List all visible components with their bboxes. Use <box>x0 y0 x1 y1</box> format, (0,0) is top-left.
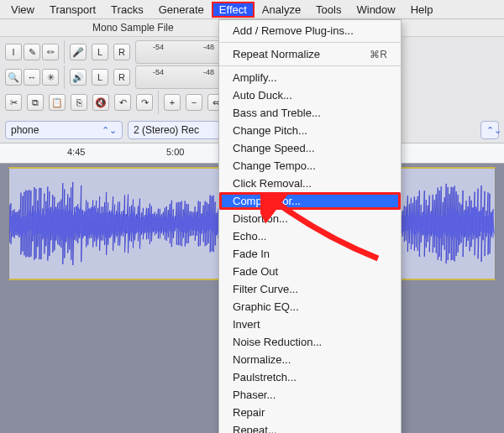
menu-item-compressor[interactable]: Compressor... <box>219 192 401 210</box>
menu-help[interactable]: Help <box>403 2 441 18</box>
menu-item-normalize[interactable]: Normalize... <box>219 351 401 368</box>
menu-item-label: Fade Out <box>233 265 278 278</box>
rec-r-icon[interactable]: R <box>113 44 130 60</box>
chevron-updown-icon: ⌃⌄ <box>486 125 501 136</box>
channels-select[interactable]: 2 (Stereo) Rec <box>128 121 220 139</box>
menu-item-repeat-normalize[interactable]: Repeat Normalize⌘R <box>219 45 401 63</box>
menu-item-label: Bass and Treble... <box>233 107 321 119</box>
menu-item-fade-out[interactable]: Fade Out <box>219 263 401 280</box>
menu-item-label: Fade In <box>233 248 270 260</box>
menu-item-auto-duck[interactable]: Auto Duck... <box>219 86 401 104</box>
menu-item-bass-and-treble[interactable]: Bass and Treble... <box>219 104 401 122</box>
menu-item-fade-in[interactable]: Fade In <box>219 245 401 263</box>
output-device-select[interactable]: phone ⌃⌄ <box>5 121 123 139</box>
menu-tracks[interactable]: Tracks <box>103 2 151 18</box>
trim-icon[interactable]: ⎘ <box>71 94 87 111</box>
menu-item-label: Filter Curve... <box>233 283 298 295</box>
menu-item-echo[interactable]: Echo... <box>219 227 401 245</box>
menu-item-label: Invert <box>233 318 260 331</box>
selection-tool-icon[interactable]: I <box>5 44 22 60</box>
menu-effect[interactable]: Effect <box>212 2 255 18</box>
speaker-icon[interactable]: 🔊 <box>70 69 87 86</box>
menu-item-shortcut: ⌘R <box>370 49 387 60</box>
meter-tick: -54 <box>153 68 164 76</box>
menu-item-repair[interactable]: Repair <box>219 404 401 421</box>
effect-menu-dropdown: Add / Remove Plug-ins...Repeat Normalize… <box>218 19 402 433</box>
menu-analyze[interactable]: Analyze <box>255 2 308 18</box>
menu-item-label: Change Tempo... <box>233 159 316 172</box>
menu-item-distortion[interactable]: Distortion... <box>219 210 401 227</box>
menu-item-label: Echo... <box>233 230 266 243</box>
menu-item-add-remove-plug-ins[interactable]: Add / Remove Plug-ins... <box>219 22 401 39</box>
draw-tool-icon[interactable]: ✏ <box>42 44 59 60</box>
chevron-updown-icon: ⌃⌄ <box>102 125 117 136</box>
menu-item-label: Add / Remove Plug-ins... <box>233 24 354 37</box>
menu-item-label: Change Pitch... <box>233 124 307 137</box>
menu-item-label: Repair <box>233 406 265 419</box>
multi-tool-icon[interactable]: ✳ <box>42 69 59 86</box>
output-device-label: phone <box>11 124 39 136</box>
menu-item-label: Paulstretch... <box>233 371 297 383</box>
channels-label: 2 (Stereo) Rec <box>134 124 199 136</box>
menu-item-paulstretch[interactable]: Paulstretch... <box>219 368 401 386</box>
menu-item-label: Repeat... <box>233 424 277 433</box>
menu-item-click-removal[interactable]: Click Removal... <box>219 175 401 192</box>
menu-item-label: Compressor... <box>233 195 301 207</box>
menu-item-label: Repeat Normalize <box>233 48 320 60</box>
rec-l-icon[interactable]: L <box>92 44 108 60</box>
meter-tick: -48 <box>203 68 214 76</box>
menu-tools[interactable]: Tools <box>308 2 349 18</box>
silence-icon[interactable]: 🔇 <box>92 94 109 111</box>
envelope-tool-icon[interactable]: ✎ <box>24 44 40 60</box>
copy-icon[interactable]: ⧉ <box>27 94 44 111</box>
menu-item-label: Distortion... <box>233 212 288 225</box>
menu-item-invert[interactable]: Invert <box>219 316 401 333</box>
menu-item-label: Normalize... <box>233 353 291 366</box>
menu-item-label: Change Speed... <box>233 142 315 154</box>
menu-separator <box>219 42 401 43</box>
menu-item-change-pitch[interactable]: Change Pitch... <box>219 122 401 139</box>
menu-transport[interactable]: Transport <box>42 2 103 18</box>
zoom-out-icon[interactable]: − <box>186 94 202 111</box>
menu-item-label: Graphic EQ... <box>233 300 299 313</box>
menu-item-repeat[interactable]: Repeat... <box>219 421 401 433</box>
timeshift-tool-icon[interactable]: ↔ <box>24 69 40 86</box>
play-r-icon[interactable]: R <box>113 69 130 86</box>
redo-icon[interactable]: ↷ <box>136 94 153 111</box>
menu-item-label: Amplify... <box>233 71 277 84</box>
zoom-in-icon[interactable]: + <box>164 94 181 111</box>
menu-separator <box>219 65 401 66</box>
menu-view[interactable]: View <box>3 2 42 18</box>
menu-item-noise-reduction[interactable]: Noise Reduction... <box>219 333 401 351</box>
ruler-label: 5:00 <box>166 147 184 157</box>
menubar: ViewTransportTracksGenerateEffectAnalyze… <box>0 0 504 19</box>
menu-item-amplify[interactable]: Amplify... <box>219 69 401 86</box>
menu-item-phaser[interactable]: Phaser... <box>219 386 401 404</box>
menu-item-label: Phaser... <box>233 389 276 401</box>
menu-generate[interactable]: Generate <box>151 2 212 18</box>
menu-item-change-speed[interactable]: Change Speed... <box>219 139 401 157</box>
menu-item-label: Click Removal... <box>233 177 312 190</box>
menu-item-label: Noise Reduction... <box>233 336 322 348</box>
menu-item-change-tempo[interactable]: Change Tempo... <box>219 157 401 175</box>
cut-icon[interactable]: ✂ <box>5 94 22 111</box>
play-l-icon[interactable]: L <box>92 69 108 86</box>
undo-icon[interactable]: ↶ <box>114 94 131 111</box>
meter-tick: -48 <box>203 43 214 51</box>
paste-icon[interactable]: 📋 <box>49 94 66 111</box>
ruler-label: 4:45 <box>67 147 85 157</box>
menu-window[interactable]: Window <box>349 2 402 18</box>
zoom-tool-icon[interactable]: 🔍 <box>5 69 22 86</box>
meter-tick: -54 <box>153 43 164 51</box>
menu-item-graphic-eq[interactable]: Graphic EQ... <box>219 298 401 316</box>
menu-item-filter-curve[interactable]: Filter Curve... <box>219 280 401 298</box>
aux-select[interactable]: ⌃⌄ <box>480 121 499 139</box>
menu-item-label: Auto Duck... <box>233 89 292 102</box>
mic-icon[interactable]: 🎤 <box>70 44 87 60</box>
